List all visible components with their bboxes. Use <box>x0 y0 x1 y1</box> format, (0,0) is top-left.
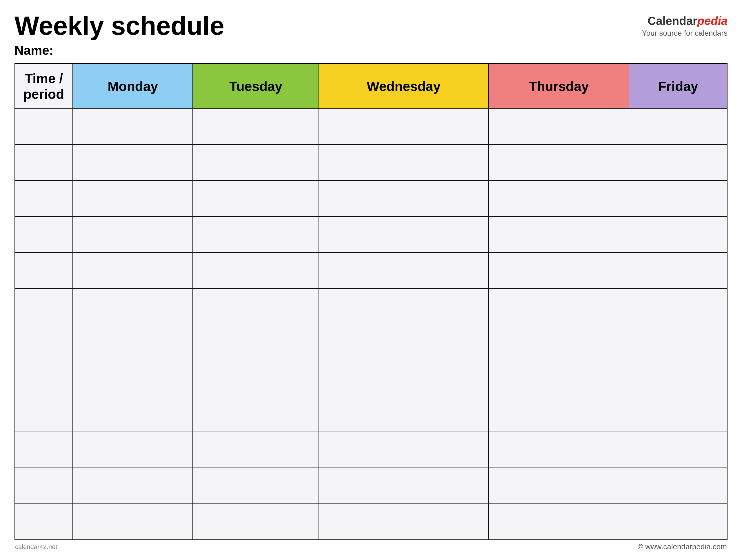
schedule-cell[interactable] <box>629 396 727 432</box>
name-label: Name: <box>14 43 728 58</box>
schedule-cell[interactable] <box>488 324 629 360</box>
header-monday: Monday <box>73 64 193 109</box>
schedule-cell[interactable] <box>73 216 193 252</box>
schedule-cell[interactable] <box>319 289 489 324</box>
schedule-cell[interactable] <box>488 145 629 181</box>
table-row <box>15 216 727 252</box>
header-thursday: Thursday <box>488 64 629 109</box>
schedule-cell[interactable] <box>73 252 193 289</box>
schedule-cell[interactable] <box>319 468 489 504</box>
header-row-tr: Time / period Monday Tuesday Wednesday T… <box>15 64 727 109</box>
time-cell[interactable] <box>15 181 73 216</box>
schedule-cell[interactable] <box>193 252 319 289</box>
page-title: Weekly schedule <box>14 12 224 40</box>
time-cell[interactable] <box>15 504 73 540</box>
schedule-cell[interactable] <box>193 324 319 360</box>
header-wednesday: Wednesday <box>319 64 489 109</box>
schedule-cell[interactable] <box>193 181 319 216</box>
schedule-cell[interactable] <box>193 289 319 324</box>
time-cell[interactable] <box>15 396 73 432</box>
logo-area: Calendarpedia Your source for calendars <box>642 12 728 38</box>
page: Weekly schedule Calendarpedia Your sourc… <box>0 0 742 560</box>
schedule-cell[interactable] <box>73 109 193 145</box>
schedule-cell[interactable] <box>193 109 319 145</box>
schedule-cell[interactable] <box>629 432 727 468</box>
schedule-cell[interactable] <box>193 432 319 468</box>
time-cell[interactable] <box>15 145 73 181</box>
table-row <box>15 504 727 540</box>
schedule-cell[interactable] <box>319 360 489 396</box>
schedule-cell[interactable] <box>73 504 193 540</box>
schedule-cell[interactable] <box>488 216 629 252</box>
time-cell[interactable] <box>15 432 73 468</box>
header-tuesday: Tuesday <box>193 64 319 109</box>
schedule-cell[interactable] <box>73 360 193 396</box>
footer: calendar42.net © www.calendarpedia.com <box>14 542 728 551</box>
schedule-cell[interactable] <box>319 181 489 216</box>
time-cell[interactable] <box>15 468 73 504</box>
table-row <box>15 432 727 468</box>
table-row <box>15 396 727 432</box>
table-row <box>15 181 727 216</box>
schedule-cell[interactable] <box>73 396 193 432</box>
table-row <box>15 468 727 504</box>
schedule-cell[interactable] <box>73 324 193 360</box>
header-row: Weekly schedule Calendarpedia Your sourc… <box>14 12 728 40</box>
schedule-cell[interactable] <box>629 252 727 289</box>
logo-calendar: Calendar <box>647 14 697 27</box>
schedule-cell[interactable] <box>488 109 629 145</box>
schedule-cell[interactable] <box>629 360 727 396</box>
schedule-cell[interactable] <box>629 145 727 181</box>
time-cell[interactable] <box>15 216 73 252</box>
schedule-cell[interactable] <box>193 468 319 504</box>
schedule-cell[interactable] <box>488 289 629 324</box>
footer-watermark: calendar42.net <box>15 543 57 551</box>
schedule-cell[interactable] <box>73 432 193 468</box>
schedule-cell[interactable] <box>629 468 727 504</box>
schedule-cell[interactable] <box>319 109 489 145</box>
time-cell[interactable] <box>15 252 73 289</box>
schedule-cell[interactable] <box>488 360 629 396</box>
time-cell[interactable] <box>15 289 73 324</box>
schedule-cell[interactable] <box>73 181 193 216</box>
schedule-cell[interactable] <box>319 432 489 468</box>
table-row <box>15 109 727 145</box>
schedule-cell[interactable] <box>193 145 319 181</box>
schedule-cell[interactable] <box>319 504 489 540</box>
schedule-cell[interactable] <box>488 396 629 432</box>
schedule-cell[interactable] <box>319 324 489 360</box>
title-area: Weekly schedule <box>14 12 224 40</box>
schedule-cell[interactable] <box>73 468 193 504</box>
header-time: Time / period <box>15 64 73 109</box>
schedule-cell[interactable] <box>488 181 629 216</box>
schedule-cell[interactable] <box>488 468 629 504</box>
time-cell[interactable] <box>15 109 73 145</box>
schedule-cell[interactable] <box>319 396 489 432</box>
schedule-cell[interactable] <box>629 289 727 324</box>
schedule-cell[interactable] <box>319 252 489 289</box>
schedule-cell[interactable] <box>73 289 193 324</box>
schedule-cell[interactable] <box>629 324 727 360</box>
table-row <box>15 324 727 360</box>
schedule-cell[interactable] <box>193 360 319 396</box>
schedule-cell[interactable] <box>629 504 727 540</box>
schedule-cell[interactable] <box>488 432 629 468</box>
schedule-cell[interactable] <box>488 252 629 289</box>
schedule-cell[interactable] <box>319 216 489 252</box>
schedule-cell[interactable] <box>488 504 629 540</box>
footer-url: © www.calendarpedia.com <box>638 542 727 551</box>
schedule-cell[interactable] <box>73 145 193 181</box>
schedule-cell[interactable] <box>193 504 319 540</box>
table-row <box>15 360 727 396</box>
schedule-cell[interactable] <box>193 216 319 252</box>
schedule-cell[interactable] <box>629 216 727 252</box>
table-row <box>15 252 727 289</box>
time-cell[interactable] <box>15 360 73 396</box>
schedule-cell[interactable] <box>319 145 489 181</box>
logo-pedia: pedia <box>697 14 728 27</box>
table-body <box>15 109 727 540</box>
schedule-cell[interactable] <box>629 109 727 145</box>
time-cell[interactable] <box>15 324 73 360</box>
schedule-cell[interactable] <box>629 181 727 216</box>
schedule-cell[interactable] <box>193 396 319 432</box>
